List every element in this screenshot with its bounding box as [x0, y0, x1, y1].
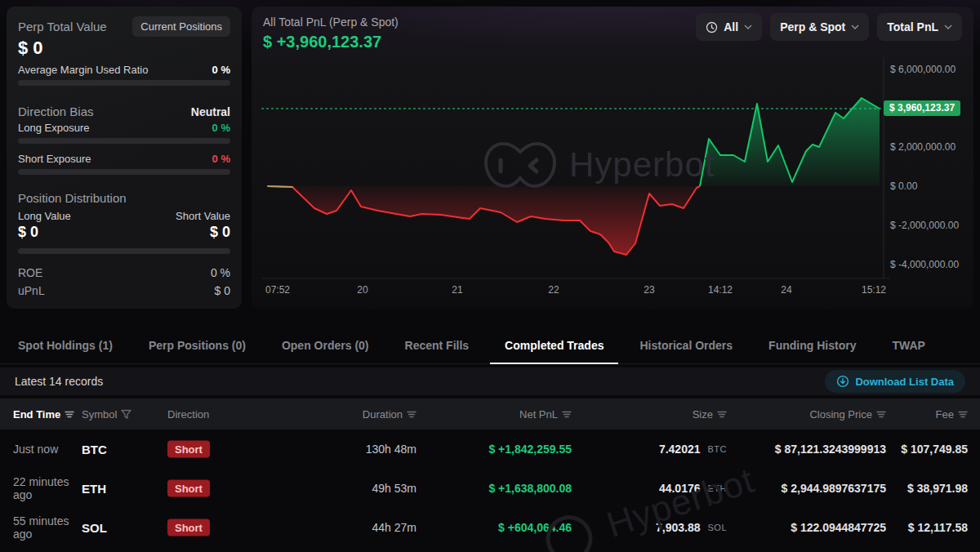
sort-icon: [958, 410, 968, 418]
cell-symbol: BTC: [82, 443, 147, 456]
table-row[interactable]: Just now BTC Short 130h 48m $ +1,842,259…: [0, 430, 980, 469]
hyperbot-logo-icon: [483, 139, 558, 191]
pnl-chart-panel: All Total PnL (Perp & Spot) $ +3,960,123…: [252, 7, 973, 309]
filter-icon: [121, 409, 131, 419]
time-range-dropdown[interactable]: All: [696, 13, 762, 41]
column-header-size[interactable]: Size: [580, 408, 727, 421]
tab-perp-positions[interactable]: Perp Positions (0): [149, 327, 246, 364]
avg-margin-value: 0 %: [212, 64, 230, 76]
cell-net-pnl: $ +1,638,800.08: [425, 482, 572, 495]
column-header-direction: Direction: [167, 408, 245, 421]
column-header-end-time[interactable]: End Time: [13, 408, 82, 421]
metric-dropdown[interactable]: Total PnL: [877, 13, 962, 41]
y-tick-label: $ -4,000,000.00: [890, 259, 959, 270]
cell-closing-price: $ 122.0944847725: [739, 521, 886, 534]
cell-duration: 44h 27m: [270, 521, 416, 534]
column-header-fee[interactable]: Fee: [894, 408, 968, 421]
sort-icon: [65, 410, 74, 418]
x-tick-label: 22: [548, 284, 559, 296]
short-exposure-progress-bar: [18, 169, 230, 175]
tab-historical-orders[interactable]: Historical Orders: [639, 327, 733, 364]
tab-completed-trades[interactable]: Completed Trades: [505, 327, 604, 364]
upnl-value: $ 0: [215, 284, 230, 297]
avg-margin-label: Average Margin Used Ratio: [18, 64, 148, 76]
direction-badge: Short: [167, 441, 210, 458]
hyperbot-watermark: Hyperbot: [483, 139, 715, 191]
column-header-closing-price[interactable]: Closing Price: [739, 408, 886, 421]
cell-end-time: 22 minutes ago: [13, 475, 82, 501]
direction-bias-value: Neutral: [191, 105, 230, 118]
start-segment-line: [268, 186, 292, 187]
tab-recent-fills[interactable]: Recent Fills: [405, 327, 470, 364]
tab-spot-holdings[interactable]: Spot Holdings (1): [18, 327, 113, 364]
sort-icon: [562, 410, 572, 418]
long-exposure-value: 0 %: [212, 122, 230, 134]
short-value-label: Short Value: [176, 210, 230, 222]
y-tick-label: $ 2,000,000.00: [890, 141, 956, 153]
download-icon: [836, 375, 849, 388]
roe-label: ROE: [18, 266, 42, 279]
tab-twap[interactable]: TWAP: [892, 327, 924, 364]
cell-end-time: 55 minutes ago: [13, 514, 82, 541]
positive-pnl-area: [700, 98, 880, 186]
upnl-label: uPnL: [18, 284, 45, 297]
cell-symbol: ETH: [82, 482, 147, 496]
position-distribution-bar: [18, 248, 230, 254]
long-exposure-label: Long Exposure: [18, 122, 89, 134]
perp-total-value-label: Perp Total Value: [18, 20, 107, 33]
time-range-value: All: [724, 20, 738, 33]
scope-dropdown[interactable]: Perp & Spot: [770, 13, 869, 41]
y-tick-label: $ 0.00: [890, 180, 917, 192]
current-value-badge: $ 3,960,123.37: [884, 100, 960, 116]
cell-duration: 130h 48m: [270, 443, 416, 456]
cell-closing-price: $ 2,944.9897637175: [739, 482, 886, 495]
column-header-symbol[interactable]: Symbol: [82, 408, 147, 421]
cell-symbol: SOL: [82, 521, 147, 535]
cell-duration: 49h 53m: [270, 482, 416, 495]
watermark-text: Hyperbot: [569, 145, 715, 185]
x-tick-label: 24: [781, 284, 791, 296]
perp-total-value: $ 0: [18, 38, 43, 59]
y-tick-label: $ -2,000,000.00: [890, 220, 959, 231]
avg-margin-progress-bar: [18, 80, 230, 86]
y-tick-label: $ 6,000,000.00: [890, 64, 956, 75]
metric-value: Total PnL: [887, 20, 938, 33]
table-row[interactable]: 22 minutes ago ETH Short 49h 53m $ +1,63…: [0, 469, 980, 508]
cell-size: 7.42021BTC: [580, 443, 727, 456]
sort-icon: [876, 410, 886, 418]
cell-fee: $ 12,117.58: [894, 521, 968, 534]
download-list-data-button[interactable]: Download List Data: [825, 370, 965, 393]
size-unit: SOL: [707, 523, 727, 532]
cell-fee: $ 38,971.98: [894, 482, 968, 495]
size-unit: BTC: [708, 444, 728, 454]
column-header-net-pnl[interactable]: Net PnL: [425, 408, 572, 421]
tab-funding-history[interactable]: Funding History: [768, 327, 856, 364]
chart-title: All Total PnL (Perp & Spot): [263, 16, 399, 29]
x-tick-label: 21: [452, 284, 462, 296]
clock-icon: [706, 21, 718, 33]
column-header-duration[interactable]: Duration: [270, 408, 416, 421]
trades-table-header: End Time Symbol Direction Duration Net P…: [0, 398, 980, 430]
x-tick-label: 20: [357, 284, 368, 296]
tab-open-orders[interactable]: Open Orders (0): [282, 327, 369, 364]
chevron-down-icon: [744, 24, 752, 29]
chart-total-pnl-value: $ +3,960,123.37: [263, 33, 381, 51]
cell-direction: Short: [167, 519, 245, 536]
cell-closing-price: $ 87,121.3243999913: [739, 443, 886, 456]
cell-net-pnl: $ +1,842,259.55: [425, 443, 572, 456]
roe-value: 0 %: [211, 266, 230, 279]
scope-value: Perp & Spot: [780, 20, 845, 33]
chevron-down-icon: [851, 24, 859, 29]
chart-filters: All Perp & Spot Total PnL: [696, 13, 962, 41]
current-positions-badge[interactable]: Current Positions: [132, 16, 230, 37]
table-row[interactable]: 55 minutes ago SOL Short 44h 27m $ +604,…: [0, 508, 980, 547]
short-exposure-value: 0 %: [212, 153, 230, 165]
direction-badge: Short: [167, 480, 210, 497]
long-exposure-progress-bar: [18, 138, 230, 144]
long-value: $ 0: [18, 224, 38, 241]
short-value: $ 0: [210, 224, 230, 241]
short-exposure-label: Short Exposure: [18, 153, 91, 165]
direction-badge: Short: [167, 519, 210, 536]
cell-fee: $ 107,749.85: [894, 443, 968, 456]
records-count-label: Latest 14 records: [15, 375, 103, 388]
